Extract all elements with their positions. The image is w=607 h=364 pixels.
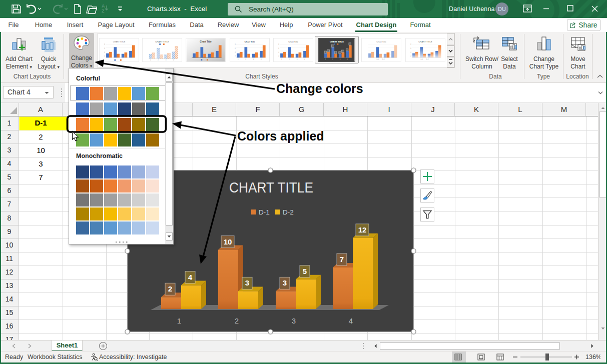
svg-text:Z: Z [102, 8, 105, 14]
svg-text:4: 4 [104, 52, 105, 54]
svg-text:3: 3 [245, 278, 249, 287]
svg-text:7: 7 [340, 255, 344, 264]
svg-text:D-1: D-1 [420, 58, 423, 60]
svg-text:4: 4 [304, 58, 305, 60]
svg-text:D-1: D-1 [259, 208, 270, 216]
svg-text:2: 2 [245, 58, 246, 60]
svg-text:2: 2 [104, 55, 105, 57]
svg-text:8: 8 [410, 44, 411, 46]
svg-text:12: 12 [358, 226, 367, 234]
svg-text:CHART TITLE: CHART TITLE [155, 40, 169, 43]
svg-text:6: 6 [104, 48, 105, 50]
svg-text:136%: 136% [585, 354, 600, 360]
svg-text:Chart Title: Chart Title [244, 40, 255, 43]
svg-text:1: 1 [150, 59, 151, 61]
svg-text:CHART TITLE: CHART TITLE [229, 180, 313, 196]
svg-text:Chart Title: Chart Title [376, 40, 386, 43]
svg-text:3: 3 [297, 58, 298, 60]
svg-text:4: 4 [261, 58, 262, 60]
svg-text:8: 8 [104, 44, 105, 46]
svg-text:1: 1 [238, 58, 239, 60]
svg-text:Chart Title: Chart Title [200, 40, 212, 43]
svg-text:2: 2 [410, 55, 411, 57]
svg-text:5: 5 [303, 267, 307, 276]
svg-text:D-2: D-2 [426, 58, 429, 60]
svg-text:1: 1 [281, 58, 282, 60]
svg-text:8: 8 [278, 44, 279, 46]
svg-text:1: 1 [177, 316, 181, 325]
svg-text:6: 6 [278, 48, 279, 50]
svg-text:2: 2 [289, 58, 290, 60]
svg-text:2: 2 [158, 59, 159, 61]
svg-text:3: 3 [292, 316, 296, 325]
svg-text:4: 4 [278, 52, 279, 54]
svg-text:3: 3 [283, 278, 287, 287]
svg-text:4: 4 [349, 316, 353, 325]
svg-text:D-1: D-1 [376, 58, 379, 60]
svg-text:2: 2 [168, 284, 172, 293]
svg-text:Chart Title: Chart Title [288, 40, 298, 43]
svg-text:2: 2 [235, 55, 236, 57]
svg-text:3: 3 [253, 58, 254, 60]
svg-text:4: 4 [235, 52, 236, 54]
svg-text:A: A [102, 4, 105, 8]
svg-text:4: 4 [173, 59, 174, 61]
svg-text:CHART TITLE: CHART TITLE [418, 40, 432, 43]
svg-text:4: 4 [188, 273, 193, 282]
svg-text:6: 6 [235, 48, 236, 50]
svg-text:10: 10 [224, 238, 232, 246]
svg-text:D-2: D-2 [382, 58, 385, 60]
svg-text:8: 8 [235, 44, 236, 46]
svg-text:3: 3 [166, 59, 167, 61]
svg-text:6: 6 [410, 48, 411, 50]
svg-text:CHART TITLE: CHART TITLE [113, 41, 126, 43]
svg-text:D-2: D-2 [283, 208, 294, 216]
svg-text:2: 2 [278, 55, 279, 57]
svg-text:2: 2 [235, 316, 239, 325]
svg-text:4: 4 [410, 52, 411, 54]
svg-text:CHART TITLE: CHART TITLE [330, 40, 344, 43]
